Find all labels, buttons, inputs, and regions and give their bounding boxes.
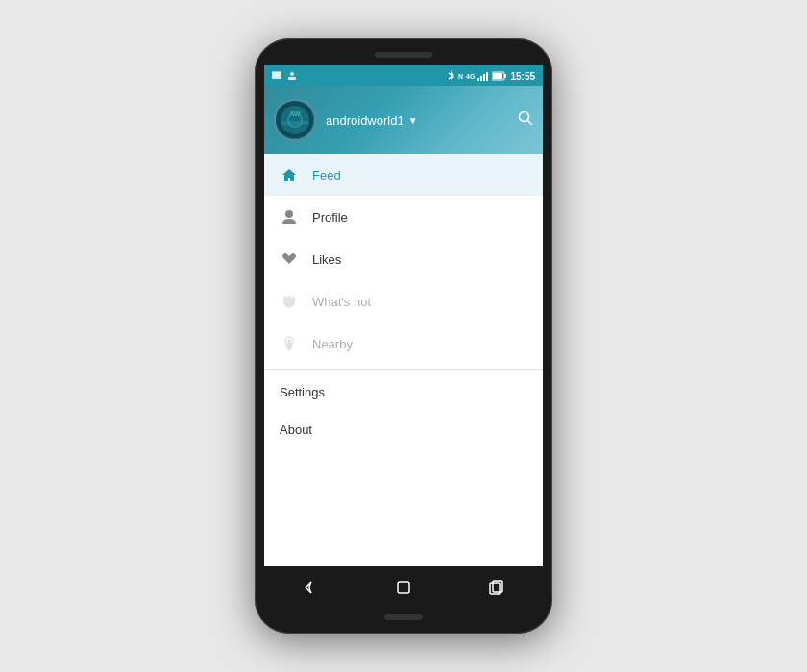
flame-icon <box>280 292 299 311</box>
avatar-image: AW ANDROID <box>276 101 314 139</box>
svg-rect-5 <box>480 76 482 81</box>
likes-label: Likes <box>312 252 341 267</box>
svg-rect-9 <box>504 74 506 78</box>
search-button[interactable] <box>518 110 533 130</box>
phone-screen: N 4G 15:55 <box>264 65 543 609</box>
home-nav-icon <box>395 579 412 596</box>
settings-label: Settings <box>280 385 325 399</box>
svg-point-19 <box>285 210 293 218</box>
nearby-label: Nearby <box>312 337 353 351</box>
menu-item-nearby[interactable]: Nearby <box>264 323 543 365</box>
whats-hot-label: What's hot <box>312 295 371 309</box>
svg-text:ANDROID: ANDROID <box>281 120 309 126</box>
menu-item-feed[interactable]: Feed <box>264 154 543 196</box>
back-icon <box>302 579 319 596</box>
home-nav-button[interactable] <box>389 573 418 602</box>
signal-icon <box>477 71 489 81</box>
phone-device: N 4G 15:55 <box>255 38 552 634</box>
navigation-drawer: Feed Profile <box>264 154 543 566</box>
drawer-menu: Feed Profile <box>264 154 543 566</box>
status-right-icons: N 4G 15:55 <box>448 71 535 82</box>
svg-rect-10 <box>493 73 502 79</box>
phone-speaker <box>375 52 432 58</box>
menu-divider <box>264 369 543 370</box>
header-username: androidworld1 <box>326 113 404 128</box>
svg-line-17 <box>528 121 533 126</box>
svg-rect-3 <box>288 77 296 80</box>
phone-home-button <box>384 614 423 620</box>
about-label: About <box>280 422 312 437</box>
svg-rect-7 <box>486 72 488 81</box>
app-logo: AW ANDROID <box>277 102 313 138</box>
nfc-icon: N <box>458 73 463 80</box>
nav-bar <box>264 566 543 609</box>
heart-icon <box>280 250 299 269</box>
svg-point-2 <box>290 72 294 76</box>
recents-icon <box>488 579 505 596</box>
feed-label: Feed <box>312 168 341 182</box>
svg-rect-4 <box>477 78 479 81</box>
home-icon <box>280 165 299 184</box>
status-bar: N 4G 15:55 <box>264 65 543 86</box>
svg-marker-18 <box>282 169 296 181</box>
status-left-icons <box>272 71 299 81</box>
menu-item-settings[interactable]: Settings <box>264 373 543 411</box>
svg-point-21 <box>287 339 291 343</box>
app-header: AW ANDROID androidworld1 ▼ <box>264 86 543 154</box>
menu-item-likes[interactable]: Likes <box>264 238 543 280</box>
back-button[interactable] <box>296 573 325 602</box>
avatar[interactable]: AW ANDROID <box>274 99 316 141</box>
notification-icon-2 <box>287 71 299 81</box>
svg-rect-6 <box>483 74 485 81</box>
svg-point-16 <box>520 112 529 122</box>
status-time: 15:55 <box>510 71 535 82</box>
network-type: 4G <box>466 73 475 80</box>
battery-icon <box>492 71 507 81</box>
svg-rect-22 <box>398 582 409 593</box>
menu-item-whats-hot[interactable]: What's hot <box>264 280 543 323</box>
pin-icon <box>280 334 299 353</box>
chevron-down-icon[interactable]: ▼ <box>408 115 418 126</box>
profile-label: Profile <box>312 210 348 225</box>
person-icon <box>280 207 299 227</box>
recents-button[interactable] <box>482 573 511 602</box>
bluetooth-icon <box>448 71 455 82</box>
notification-icon-1 <box>272 71 283 81</box>
search-icon <box>518 110 533 126</box>
menu-item-profile[interactable]: Profile <box>264 196 543 238</box>
menu-item-about[interactable]: About <box>264 411 543 448</box>
